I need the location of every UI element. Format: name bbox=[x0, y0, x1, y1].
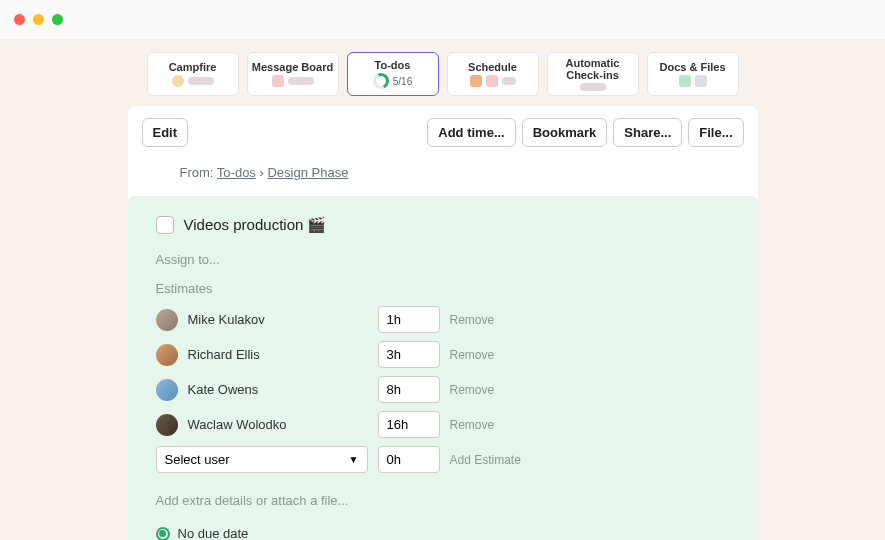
new-estimate-row: Select user ▼ Add Estimate bbox=[156, 446, 730, 473]
message-icon bbox=[272, 75, 284, 87]
avatar bbox=[156, 414, 178, 436]
breadcrumb-sep: › bbox=[260, 165, 264, 180]
edit-button[interactable]: Edit bbox=[142, 118, 189, 147]
estimate-row: Richard Ellis Remove bbox=[156, 341, 730, 368]
breadcrumb-prefix: From: bbox=[180, 165, 214, 180]
add-estimate-link[interactable]: Add Estimate bbox=[450, 453, 521, 467]
toolbar-actions: Add time... Bookmark Share... File... bbox=[427, 118, 743, 147]
person-name: Kate Owens bbox=[188, 382, 368, 397]
tile-label: Message Board bbox=[252, 61, 333, 73]
placeholder-icon bbox=[288, 77, 314, 85]
person-name: Richard Ellis bbox=[188, 347, 368, 362]
placeholder-icon bbox=[502, 77, 516, 85]
select-user-label: Select user bbox=[165, 452, 230, 467]
time-input[interactable] bbox=[378, 376, 440, 403]
estimate-row: Mike Kulakov Remove bbox=[156, 306, 730, 333]
tile-label: Automatic Check-ins bbox=[548, 57, 638, 81]
main-card: Edit Add time... Bookmark Share... File.… bbox=[128, 106, 758, 540]
bookmark-button[interactable]: Bookmark bbox=[522, 118, 608, 147]
window-chrome bbox=[0, 0, 885, 40]
avatar bbox=[156, 344, 178, 366]
maximize-window-button[interactable] bbox=[52, 14, 63, 25]
avatar bbox=[156, 309, 178, 331]
breadcrumb: From: To-dos › Design Phase bbox=[180, 165, 744, 180]
time-input[interactable] bbox=[378, 306, 440, 333]
assign-to-field[interactable]: Assign to... bbox=[156, 252, 730, 267]
tile-label: Campfire bbox=[169, 61, 217, 73]
time-input[interactable] bbox=[378, 411, 440, 438]
doc-icon bbox=[679, 75, 691, 87]
time-input[interactable] bbox=[378, 341, 440, 368]
breadcrumb-link-todos[interactable]: To-dos bbox=[217, 165, 256, 180]
nav-tiles: Campfire Message Board To-dos 5/16 Sched… bbox=[0, 40, 885, 106]
tile-campfire[interactable]: Campfire bbox=[147, 52, 239, 96]
todo-title: Videos production 🎬 bbox=[184, 216, 327, 234]
add-time-button[interactable]: Add time... bbox=[427, 118, 515, 147]
tile-todos[interactable]: To-dos 5/16 bbox=[347, 52, 439, 96]
tile-checkins[interactable]: Automatic Check-ins bbox=[547, 52, 639, 96]
progress-ring-icon bbox=[371, 71, 392, 92]
tile-label: To-dos bbox=[375, 59, 411, 71]
calendar-icon bbox=[486, 75, 498, 87]
chevron-down-icon: ▼ bbox=[349, 454, 359, 465]
radio-selected-icon bbox=[156, 527, 170, 541]
todo-panel: Videos production 🎬 Assign to... Estimat… bbox=[128, 196, 758, 540]
no-due-date-option[interactable]: No due date bbox=[156, 526, 730, 540]
estimate-row: Kate Owens Remove bbox=[156, 376, 730, 403]
person-name: Mike Kulakov bbox=[188, 312, 368, 327]
person-name: Waclaw Wolodko bbox=[188, 417, 368, 432]
minimize-window-button[interactable] bbox=[33, 14, 44, 25]
tile-label: Docs & Files bbox=[659, 61, 725, 73]
no-due-label: No due date bbox=[178, 526, 249, 540]
remove-link[interactable]: Remove bbox=[450, 383, 495, 397]
select-user-dropdown[interactable]: Select user ▼ bbox=[156, 446, 368, 473]
placeholder-icon bbox=[188, 77, 214, 85]
tile-schedule[interactable]: Schedule bbox=[447, 52, 539, 96]
share-button[interactable]: Share... bbox=[613, 118, 682, 147]
remove-link[interactable]: Remove bbox=[450, 418, 495, 432]
placeholder-icon bbox=[580, 83, 606, 91]
todo-checkbox[interactable] bbox=[156, 216, 174, 234]
time-input[interactable] bbox=[378, 446, 440, 473]
file-icon bbox=[695, 75, 707, 87]
file-button[interactable]: File... bbox=[688, 118, 743, 147]
tile-label: Schedule bbox=[468, 61, 517, 73]
todos-count: 5/16 bbox=[393, 76, 412, 87]
tile-docs-files[interactable]: Docs & Files bbox=[647, 52, 739, 96]
avatar bbox=[156, 379, 178, 401]
todo-title-row: Videos production 🎬 bbox=[156, 216, 730, 234]
extra-details-field[interactable]: Add extra details or attach a file... bbox=[156, 493, 730, 508]
remove-link[interactable]: Remove bbox=[450, 313, 495, 327]
breadcrumb-link-design-phase[interactable]: Design Phase bbox=[267, 165, 348, 180]
estimates-heading: Estimates bbox=[156, 281, 730, 296]
campfire-icon bbox=[172, 75, 184, 87]
tile-message-board[interactable]: Message Board bbox=[247, 52, 339, 96]
close-window-button[interactable] bbox=[14, 14, 25, 25]
estimate-row: Waclaw Wolodko Remove bbox=[156, 411, 730, 438]
card-header: Edit Add time... Bookmark Share... File.… bbox=[142, 118, 744, 147]
remove-link[interactable]: Remove bbox=[450, 348, 495, 362]
calendar-icon bbox=[470, 75, 482, 87]
